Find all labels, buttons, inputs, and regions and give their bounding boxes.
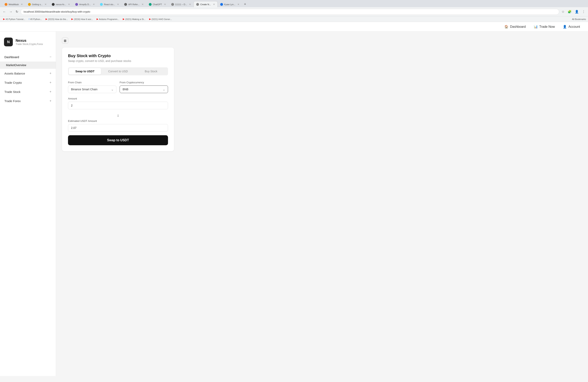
amount-group: Amount: [68, 97, 168, 109]
tab-close-icon[interactable]: ✕: [93, 3, 95, 6]
from-chain-select[interactable]: Binance Smart Chain Ethereum Polygon: [68, 86, 116, 93]
sidebar-item-dashboard[interactable]: Dashboard −: [0, 52, 56, 61]
arrow-down-container: ↓: [68, 111, 168, 119]
tab-api[interactable]: API Refer... ✕: [122, 1, 146, 7]
tab-convert-usd[interactable]: Convert to USD: [102, 68, 134, 75]
top-nav: 🏠 Dashboard 📊 Trade Now 👤 Account: [0, 22, 588, 32]
sidebar-item-trade-stock[interactable]: Trade Stock +: [0, 87, 56, 96]
expand-icon: +: [50, 72, 51, 75]
expand-icon: +: [50, 90, 51, 94]
expand-icon: +: [50, 99, 51, 103]
tab-favicon: [171, 3, 174, 6]
estimated-usdt-group: Estimated USDT Amount: [68, 119, 168, 132]
brand-icon: N: [4, 38, 13, 46]
tab-favicon: [5, 3, 7, 6]
tab-create-n[interactable]: Create N... ✕: [194, 1, 217, 7]
app-container: 🏠 Dashboard 📊 Trade Now 👤 Account N Nexu…: [0, 22, 588, 376]
amount-input[interactable]: [68, 102, 168, 109]
bookmark-fb[interactable]: f #0 Python...: [28, 18, 43, 21]
buy-stock-card: Buy Stock with Crypto Swap crypto, conve…: [62, 48, 174, 151]
tab-favicon: [52, 3, 55, 6]
browser-toolbar: ← → ↻ ☆ 🧩 👤 ⋮: [0, 7, 588, 16]
amount-label: Amount: [68, 97, 168, 100]
arrow-down-icon: ↓: [117, 113, 119, 117]
chart-icon: 📊: [534, 25, 538, 29]
address-bar[interactable]: [21, 9, 559, 15]
bookmark-yt-2[interactable]: ▶ (3215) How do the...: [44, 17, 69, 21]
tab-swap-usdt[interactable]: Swap to USDT: [69, 68, 101, 75]
expand-icon: +: [50, 81, 51, 84]
brand: N Nexus Trade Stock,Crypto,Forex: [0, 36, 56, 52]
main-app-area: N Nexus Trade Stock,Crypto,Forex Dashboa…: [0, 32, 588, 376]
tab-close-icon[interactable]: ✕: [21, 3, 23, 6]
forward-button[interactable]: →: [8, 9, 13, 14]
estimated-usdt-input[interactable]: [68, 124, 168, 132]
step-tabs: Swap to USDT Convert to USD Buy Stock: [68, 67, 168, 75]
sidebar-sub-market-overview[interactable]: MarketOverview: [0, 61, 56, 69]
tab-arrayify[interactable]: Arrayify D... ✕: [73, 1, 97, 7]
tab-close-icon[interactable]: ✕: [68, 3, 70, 6]
sidebar-item-trade-forex[interactable]: Trade Forex +: [0, 96, 56, 105]
tab-close-icon[interactable]: ✕: [45, 3, 47, 6]
reload-button[interactable]: ↻: [15, 9, 19, 14]
new-tab-button[interactable]: +: [242, 1, 248, 7]
tab-close-icon[interactable]: ✕: [142, 3, 144, 6]
from-chain-label: From Chain: [68, 81, 116, 84]
from-crypto-select-wrapper: BNB ETH MATIC BTC: [120, 86, 168, 93]
card-subtitle: Swap crypto, convert to USD, and purchas…: [68, 59, 168, 62]
home-icon: 🏠: [504, 25, 508, 29]
main-content: ▥ Buy Stock with Crypto Swap crypto, con…: [56, 32, 588, 376]
from-chain-select-wrapper: Binance Smart Chain Ethereum Polygon: [68, 86, 116, 93]
tab-close-icon[interactable]: ✕: [213, 3, 215, 6]
bookmark-yt-4[interactable]: ▶ Arduino Programm...: [95, 17, 120, 21]
sidebar-item-trade-crypto[interactable]: Trade Crypto +: [0, 78, 56, 87]
from-crypto-label: From Cryptocurrency: [120, 81, 168, 84]
tab-react[interactable]: React sto... ✕: [97, 1, 122, 7]
from-crypto-group: From Cryptocurrency BNB ETH MATIC BTC: [120, 81, 168, 93]
swap-to-usdt-button[interactable]: Swap to USDT: [68, 135, 168, 145]
account-icon: 👤: [563, 25, 567, 29]
nav-account[interactable]: 👤 Account: [563, 25, 580, 29]
nav-dashboard[interactable]: 🏠 Dashboard: [504, 25, 525, 29]
chain-crypto-row: From Chain Binance Smart Chain Ethereum …: [68, 81, 168, 93]
back-button[interactable]: ←: [2, 9, 7, 14]
tab-getting-started[interactable]: Getting s... ✕: [25, 1, 49, 7]
from-crypto-select[interactable]: BNB ETH MATIC BTC: [120, 86, 168, 93]
tab-11111[interactable]: 11111 – D... ✕: [168, 1, 194, 7]
panel-toggle: ▥: [62, 38, 582, 43]
tab-favicon: [28, 3, 31, 6]
bookmark-button[interactable]: ☆: [561, 9, 565, 14]
tab-favicon: [149, 3, 152, 6]
tab-favicon: [196, 3, 199, 6]
tab-close-icon[interactable]: ✕: [237, 3, 239, 6]
nav-trade-now[interactable]: 📊 Trade Now: [534, 25, 555, 29]
tab-close-icon[interactable]: ✕: [189, 3, 191, 6]
tab-kyaw[interactable]: Kyaw Lyn... ✕: [218, 1, 242, 7]
panel-toggle-button[interactable]: ▥: [62, 38, 68, 43]
from-chain-group: From Chain Binance Smart Chain Ethereum …: [68, 81, 116, 93]
tab-favicon: [220, 3, 223, 6]
browser-tabs: MetaMask ✕ Getting s... ✕ nexus-fo... ✕ …: [0, 0, 588, 7]
tab-metamask[interactable]: MetaMask ✕: [2, 1, 25, 7]
bookmark-yt-6[interactable]: ▶ (3221) HHO Gener...: [148, 17, 173, 21]
card-title: Buy Stock with Crypto: [68, 54, 168, 58]
bookmark-yt-1[interactable]: ▶ #0 Python Tutorial...: [2, 17, 26, 21]
menu-button[interactable]: ⋮: [581, 9, 586, 14]
tab-chatgpt[interactable]: ChatGPT ✕: [146, 1, 168, 7]
extensions-button[interactable]: 🧩: [567, 9, 572, 14]
tab-favicon: [124, 3, 127, 6]
all-bookmarks[interactable]: All Bookmarks: [572, 18, 586, 20]
bookmark-yt-3[interactable]: ▶ (3216) How It wor...: [70, 17, 94, 21]
tab-buy-stock[interactable]: Buy Stock: [135, 68, 167, 75]
collapse-icon: −: [50, 55, 51, 59]
tab-favicon: [75, 3, 78, 6]
profile-button[interactable]: 👤: [574, 9, 580, 14]
bookmark-yt-5[interactable]: ▶ (3221) Making a Si...: [122, 17, 147, 21]
tab-close-icon[interactable]: ✕: [117, 3, 119, 6]
sidebar-item-assets-balance[interactable]: Assets Balance +: [0, 69, 56, 78]
bookmarks-bar: ▶ #0 Python Tutorial... f #0 Python... ▶…: [0, 16, 588, 22]
estimated-usdt-label: Estimated USDT Amount: [68, 119, 168, 122]
tab-favicon: [100, 3, 103, 6]
tab-nexus[interactable]: nexus-fo... ✕: [49, 1, 73, 7]
tab-close-icon[interactable]: ✕: [164, 3, 166, 6]
